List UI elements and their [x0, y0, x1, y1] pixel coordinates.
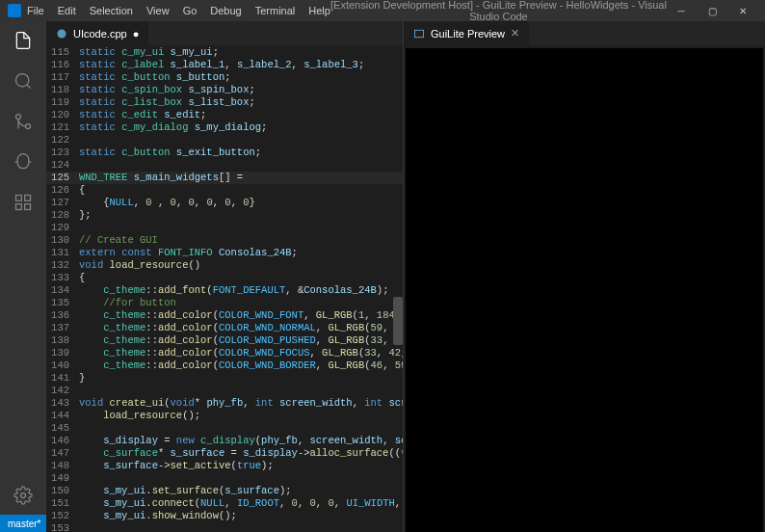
activity-bar	[0, 21, 46, 515]
code-line[interactable]: 133{	[46, 272, 403, 284]
code-line[interactable]: 151 s_my_ui.connect(NULL, ID_ROOT, 0, 0,…	[46, 497, 403, 510]
line-number: 123	[46, 146, 79, 159]
code-line[interactable]: 125WND_TREE s_main_widgets[] =	[46, 172, 403, 184]
search-icon[interactable]	[12, 69, 35, 93]
editor-panel-left: UIcode.cpp ● 115static c_my_ui s_my_ui;1…	[46, 21, 403, 532]
line-number: 138	[46, 334, 79, 347]
svg-point-2	[26, 124, 31, 129]
line-content: static c_label s_label_1, s_label_2, s_l…	[79, 59, 403, 71]
line-number: 131	[46, 247, 79, 259]
vertical-scrollbar[interactable]	[393, 297, 403, 345]
line-content: void create_ui(void* phy_fb, int screen_…	[79, 397, 403, 410]
code-line[interactable]: 150 s_my_ui.set_surface(s_surface);	[46, 485, 403, 497]
line-number: 125	[46, 172, 79, 184]
code-line[interactable]: 143void create_ui(void* phy_fb, int scre…	[46, 397, 403, 410]
close-button[interactable]: ✕	[728, 1, 757, 20]
code-line[interactable]: 146 s_display = new c_display(phy_fb, sc…	[46, 435, 403, 447]
menu-help[interactable]: Help	[308, 5, 330, 16]
code-line[interactable]: 117static c_button s_button;	[46, 71, 403, 84]
svg-line-1	[27, 85, 31, 89]
tab-guilite-preview[interactable]: GuiLite Preview ✕	[404, 21, 530, 45]
preview-tab-title: GuiLite Preview	[431, 28, 505, 40]
minimize-button[interactable]: ─	[667, 1, 696, 20]
preview-tabs: GuiLite Preview ✕	[404, 21, 765, 46]
menu-go[interactable]: Go	[183, 5, 198, 16]
line-number: 120	[46, 109, 79, 121]
line-content: c_surface* s_surface = s_display->alloc_…	[79, 447, 403, 460]
menu-selection[interactable]: Selection	[90, 5, 133, 16]
code-line[interactable]: 142	[46, 385, 403, 397]
line-content: c_theme::add_color(COLOR_WND_PUSHED, GL_…	[79, 334, 403, 347]
line-content: // Create GUI	[79, 234, 403, 247]
code-line[interactable]: 153	[46, 522, 403, 532]
code-line[interactable]: 149	[46, 472, 403, 485]
code-line[interactable]: 137 c_theme::add_color(COLOR_WND_NORMAL,…	[46, 322, 403, 334]
line-content: {	[79, 184, 403, 197]
menu-view[interactable]: View	[146, 5, 170, 16]
line-number: 124	[46, 159, 79, 172]
code-line[interactable]: 121static c_my_dialog s_my_dialog;	[46, 121, 403, 134]
code-line[interactable]: 144 load_resource();	[46, 410, 403, 422]
code-line[interactable]: 134 c_theme::add_font(FONT_DEFAULT, &Con…	[46, 284, 403, 297]
code-line[interactable]: 128};	[46, 209, 403, 222]
editor-group: UIcode.cpp ● 115static c_my_ui s_my_ui;1…	[46, 21, 765, 515]
settings-icon[interactable]	[12, 484, 35, 507]
source-control-icon[interactable]	[12, 110, 35, 133]
close-icon[interactable]: ✕	[511, 27, 519, 40]
line-content	[79, 134, 403, 146]
line-content: s_display = new c_display(phy_fb, screen…	[79, 435, 403, 447]
extensions-icon[interactable]	[12, 191, 35, 214]
code-line[interactable]: 139 c_theme::add_color(COLOR_WND_FOCUS, …	[46, 347, 403, 359]
line-content: static c_list_box s_list_box;	[79, 96, 403, 109]
code-line[interactable]: 116static c_label s_label_1, s_label_2, …	[46, 59, 403, 71]
code-line[interactable]: 124	[46, 159, 403, 172]
svg-rect-8	[25, 204, 31, 210]
code-line[interactable]: 119static c_list_box s_list_box;	[46, 96, 403, 109]
line-number: 121	[46, 121, 79, 134]
line-content: s_surface->set_active(true);	[79, 460, 403, 472]
menu-debug[interactable]: Debug	[210, 5, 241, 16]
code-line[interactable]: 118static c_spin_box s_spin_box;	[46, 84, 403, 96]
menu-terminal[interactable]: Terminal	[255, 5, 296, 16]
status-branch[interactable]: master*	[8, 519, 40, 529]
tab-uicode-cpp[interactable]: UIcode.cpp ●	[46, 21, 149, 45]
code-line[interactable]: 132void load_resource()	[46, 259, 403, 272]
code-line[interactable]: 145	[46, 422, 403, 435]
menu-edit[interactable]: Edit	[58, 5, 76, 16]
line-number: 117	[46, 71, 79, 84]
code-line[interactable]: 123static c_button s_exit_button;	[46, 146, 403, 159]
menu-file[interactable]: File	[27, 5, 44, 16]
code-line[interactable]: 152 s_my_ui.show_window();	[46, 510, 403, 522]
maximize-button[interactable]: ▢	[698, 1, 726, 20]
code-line[interactable]: 135 //for button	[46, 297, 403, 309]
code-line[interactable]: 147 c_surface* s_surface = s_display->al…	[46, 447, 403, 460]
line-content	[79, 222, 403, 234]
line-number: 140	[46, 359, 79, 372]
editor-tabs: UIcode.cpp ●	[46, 21, 403, 46]
debug-icon[interactable]	[12, 150, 35, 173]
line-number: 133	[46, 272, 79, 284]
code-line[interactable]: 148 s_surface->set_active(true);	[46, 460, 403, 472]
code-line[interactable]: 126{	[46, 184, 403, 197]
code-line[interactable]: 131extern const FONT_INFO Consolas_24B;	[46, 247, 403, 259]
svg-point-11	[58, 29, 66, 38]
code-line[interactable]: 130// Create GUI	[46, 234, 403, 247]
code-line[interactable]: 140 c_theme::add_color(COLOR_WND_BORDER,…	[46, 359, 403, 372]
code-line[interactable]: 115static c_my_ui s_my_ui;	[46, 46, 403, 59]
line-content: c_theme::add_color(COLOR_WND_FOCUS, GL_R…	[79, 347, 403, 359]
line-content: static c_my_dialog s_my_dialog;	[79, 121, 403, 134]
code-line[interactable]: 120static c_edit s_edit;	[46, 109, 403, 121]
code-line[interactable]: 141}	[46, 372, 403, 385]
line-content: load_resource();	[79, 410, 403, 422]
code-line[interactable]: 138 c_theme::add_color(COLOR_WND_PUSHED,…	[46, 334, 403, 347]
menu-bar: File Edit Selection View Go Debug Termin…	[27, 5, 330, 16]
code-line[interactable]: 129	[46, 222, 403, 234]
window-controls: ─ ▢ ✕	[667, 1, 757, 20]
line-number: 146	[46, 435, 79, 447]
svg-point-0	[16, 74, 29, 87]
code-line[interactable]: 136 c_theme::add_color(COLOR_WND_FONT, G…	[46, 309, 403, 322]
code-line[interactable]: 122	[46, 134, 403, 146]
code-editor[interactable]: 115static c_my_ui s_my_ui;116static c_la…	[46, 46, 403, 532]
explorer-icon[interactable]	[12, 29, 35, 52]
code-line[interactable]: 127 {NULL, 0 , 0, 0, 0, 0, 0}	[46, 197, 403, 209]
